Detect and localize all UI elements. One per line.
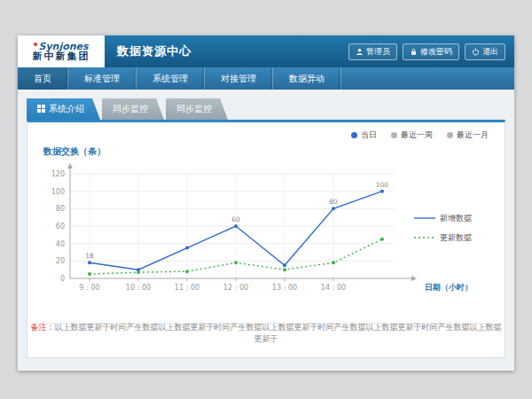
svg-text:9：00: 9：00: [79, 284, 99, 292]
app-header: Synjones 新中新集团 数据资源中心 管理员 修改密码: [18, 35, 514, 67]
svg-text:11：00: 11：00: [175, 284, 200, 292]
chart-card: 当日 最近一周 最近一月 数据交换（条） 0204060801001209：00…: [27, 120, 505, 358]
svg-text:40: 40: [56, 240, 65, 248]
period-legend-item[interactable]: 最近一周: [391, 129, 433, 141]
svg-text:120: 120: [51, 170, 65, 178]
period-legend: 当日 最近一周 最近一月: [351, 129, 489, 141]
page-title: 数据资源中心: [117, 43, 192, 59]
nav-item-data-change[interactable]: 数据异动: [273, 67, 341, 90]
period-legend-item[interactable]: 最近一月: [447, 129, 489, 141]
exchange-line-chart: 0204060801001209：0010：0011：0012：0013：001…: [35, 161, 496, 312]
app-window: Synjones 新中新集团 数据资源中心 管理员 修改密码: [18, 35, 514, 371]
period-label: 最近一周: [401, 129, 433, 141]
remark-prefix: 备注：: [31, 323, 55, 332]
logout-button-label: 退出: [482, 46, 498, 58]
lock-icon: [410, 48, 418, 56]
remark-text: 备注：以上数据更新于时间产生数据以上数据更新于时间产生数据以上数据更新于时间产生…: [27, 322, 505, 345]
svg-text:80: 80: [56, 205, 65, 213]
tab-label: 系统介绍: [49, 103, 84, 115]
chart-y-axis-title: 数据交换（条）: [43, 145, 106, 158]
nav-item-connection-mgmt[interactable]: 对接管理: [205, 67, 273, 90]
tab-bar: 系统介绍 同步监控 同步监控: [27, 98, 505, 120]
svg-text:60: 60: [56, 223, 65, 231]
grid-icon: [37, 105, 45, 114]
period-dot-today: [351, 132, 357, 138]
tab-sync-monitor-1[interactable]: 同步监控: [102, 98, 164, 120]
svg-text:60: 60: [231, 215, 240, 223]
logo-company-text: 新中新集团: [33, 51, 90, 62]
tab-label: 同步监控: [176, 103, 212, 115]
main-nav: 首页 标准管理 系统管理 对接管理 数据异动: [18, 67, 514, 90]
change-password-button[interactable]: 修改密码: [403, 43, 459, 60]
period-label: 最近一月: [457, 129, 489, 141]
svg-text:14：00: 14：00: [321, 284, 346, 292]
chart-container: 0204060801001209：0010：0011：0012：0013：001…: [35, 161, 496, 316]
svg-text:日期（小时）: 日期（小时）: [425, 283, 473, 292]
svg-text:100: 100: [376, 181, 389, 189]
svg-text:80: 80: [329, 198, 338, 206]
svg-text:13：00: 13：00: [272, 284, 297, 292]
header-actions: 管理员 修改密码 退出: [348, 43, 505, 60]
change-password-button-label: 修改密码: [420, 46, 452, 58]
tab-sync-monitor-2[interactable]: 同步监控: [166, 98, 228, 120]
logo-star-icon: [34, 43, 37, 46]
svg-text:10：00: 10：00: [126, 284, 151, 292]
svg-text:更新数据: 更新数据: [440, 233, 472, 242]
period-dot-month: [447, 132, 453, 138]
content-area: 系统介绍 同步监控 同步监控 当日 最近一周: [18, 90, 514, 371]
admin-button-label: 管理员: [366, 46, 390, 58]
svg-text:20: 20: [56, 257, 65, 265]
period-dot-week: [391, 132, 397, 138]
nav-item-standard-mgmt[interactable]: 标准管理: [68, 67, 137, 90]
tab-label: 同步监控: [113, 103, 148, 115]
admin-button[interactable]: 管理员: [348, 43, 397, 60]
svg-text:18: 18: [85, 252, 94, 260]
user-icon: [356, 48, 364, 56]
company-logo: Synjones 新中新集团: [18, 35, 105, 67]
nav-item-system-mgmt[interactable]: 系统管理: [137, 67, 205, 90]
svg-text:12：00: 12：00: [223, 284, 248, 292]
tab-system-intro[interactable]: 系统介绍: [27, 98, 100, 120]
remark-body: 以上数据更新于时间产生数据以上数据更新于时间产生数据以上数据更新于时间产生数据以…: [55, 323, 502, 343]
period-legend-item[interactable]: 当日: [351, 129, 377, 141]
period-label: 当日: [361, 129, 377, 141]
svg-text:100: 100: [51, 188, 65, 196]
svg-text:新增数据: 新增数据: [440, 214, 472, 223]
nav-item-home[interactable]: 首页: [18, 67, 68, 90]
svg-text:0: 0: [60, 275, 65, 283]
logout-button[interactable]: 退出: [465, 43, 505, 60]
power-icon: [472, 48, 480, 56]
